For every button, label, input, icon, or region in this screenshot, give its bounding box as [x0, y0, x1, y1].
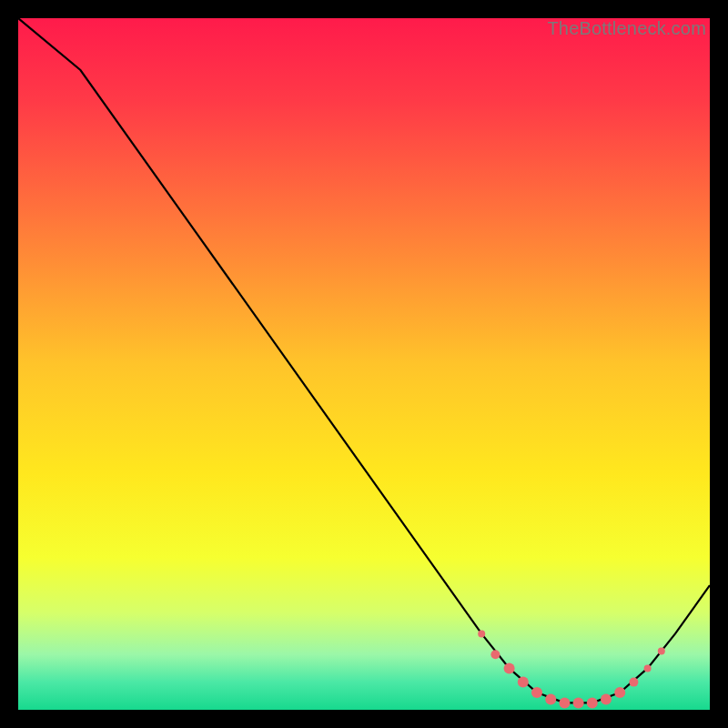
highlight-dot — [629, 678, 638, 687]
highlight-dot — [658, 647, 665, 654]
highlight-dot — [644, 664, 652, 672]
highlight-dot — [478, 630, 485, 637]
highlight-dot — [614, 687, 625, 698]
highlight-dot — [490, 650, 500, 659]
highlight-dot — [573, 697, 584, 708]
highlight-dot — [587, 697, 598, 708]
highlight-dot — [559, 697, 570, 708]
gradient-background — [18, 18, 710, 710]
highlight-dot — [531, 687, 542, 698]
bottleneck-chart — [18, 18, 710, 710]
chart-frame: TheBottleneck.com — [18, 18, 710, 710]
highlight-dot — [545, 694, 556, 705]
highlight-dot — [601, 694, 612, 705]
watermark-text: TheBottleneck.com — [547, 18, 706, 39]
highlight-dot — [504, 662, 515, 673]
highlight-dot — [518, 677, 529, 688]
